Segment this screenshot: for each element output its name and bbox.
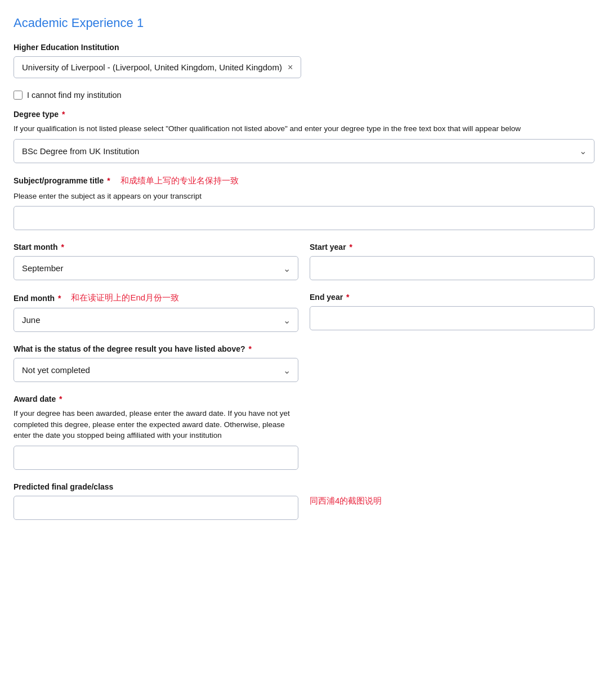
subject-label-row: Subject/programme title * 和成绩单上写的专业名保持一致 xyxy=(14,176,594,186)
grade-section: Predicted final grade/class First Class … xyxy=(14,482,594,520)
institution-section: Higher Education Institution University … xyxy=(14,43,594,78)
end-row: End month * 和在读证明上的End月份一致 JanuaryFebrua… xyxy=(14,293,594,332)
subject-annotation: 和成绩单上写的专业名保持一致 xyxy=(120,176,239,186)
institution-clear-button[interactable]: × xyxy=(288,63,293,72)
start-month-required: * xyxy=(59,243,64,252)
end-month-select[interactable]: JanuaryFebruaryMarch AprilMayJune JulyAu… xyxy=(14,308,298,332)
end-month-group: End month * 和在读证明上的End月份一致 JanuaryFebrua… xyxy=(14,293,298,332)
degree-status-right xyxy=(310,344,594,382)
degree-status-required: * xyxy=(247,344,252,353)
end-year-group: End year * 2021 xyxy=(310,293,594,332)
award-date-hint: If your degree has been awarded, please … xyxy=(14,408,298,441)
subject-hint: Please enter the subject as it appears o… xyxy=(14,191,594,202)
page-title: Academic Experience 1 xyxy=(14,16,594,30)
award-date-required: * xyxy=(57,394,62,403)
end-month-label: End month * xyxy=(14,294,61,303)
end-year-input[interactable]: 2021 xyxy=(310,306,594,330)
degree-type-select[interactable]: BSc Degree from UK Institution BA Degree… xyxy=(14,139,594,163)
award-date-input[interactable]: 30/07/2021 xyxy=(14,446,298,470)
end-month-select-wrapper: JanuaryFebruaryMarch AprilMayJune JulyAu… xyxy=(14,308,298,332)
start-year-input[interactable]: 2019 xyxy=(310,256,594,280)
start-month-select[interactable]: JanuaryFebruaryMarch AprilMayJune JulyAu… xyxy=(14,256,298,280)
start-year-group: Start year * 2019 xyxy=(310,243,594,280)
start-month-label: Start month * xyxy=(14,243,298,252)
subject-label: Subject/programme title * xyxy=(14,176,110,185)
degree-type-hint: If your qualification is not listed plea… xyxy=(14,123,594,134)
degree-type-label: Degree type * xyxy=(14,110,594,119)
end-year-label: End year * xyxy=(310,293,594,302)
degree-status-select-wrapper: Not yet completed Completed - passed Com… xyxy=(14,358,298,382)
cannot-find-row: I cannot find my institution xyxy=(14,91,594,100)
start-year-label: Start year * xyxy=(310,243,594,252)
institution-value: University of Liverpool - (Liverpool, Un… xyxy=(22,62,282,72)
degree-status-section: What is the status of the degree result … xyxy=(14,344,594,382)
degree-type-section: Degree type * If your qualification is n… xyxy=(14,110,594,163)
grade-input[interactable]: First Class xyxy=(14,496,298,520)
degree-status-label: What is the status of the degree result … xyxy=(14,344,298,353)
grade-label: Predicted final grade/class xyxy=(14,482,298,491)
grade-annotation: 同西浦4的截图说明 xyxy=(310,496,382,506)
end-year-required: * xyxy=(344,293,349,302)
subject-section: Subject/programme title * 和成绩单上写的专业名保持一致… xyxy=(14,176,594,231)
degree-status-left: What is the status of the degree result … xyxy=(14,344,298,382)
institution-tag: University of Liverpool - (Liverpool, Un… xyxy=(14,56,301,78)
end-month-label-row: End month * 和在读证明上的End月份一致 xyxy=(14,293,298,303)
subject-input[interactable]: Mathematics with Finance xyxy=(14,206,594,230)
start-row: Start month * JanuaryFebruaryMarch April… xyxy=(14,243,594,280)
subject-required: * xyxy=(105,176,110,185)
start-month-group: Start month * JanuaryFebruaryMarch April… xyxy=(14,243,298,280)
grade-left: Predicted final grade/class First Class xyxy=(14,482,298,520)
degree-status-select[interactable]: Not yet completed Completed - passed Com… xyxy=(14,358,298,382)
start-month-select-wrapper: JanuaryFebruaryMarch AprilMayJune JulyAu… xyxy=(14,256,298,280)
cannot-find-label[interactable]: I cannot find my institution xyxy=(27,91,122,100)
award-date-left: Award date * If your degree has been awa… xyxy=(14,394,298,470)
degree-type-select-wrapper: BSc Degree from UK Institution BA Degree… xyxy=(14,139,594,163)
degree-type-required: * xyxy=(60,110,65,119)
award-date-label: Award date * xyxy=(14,394,298,403)
cannot-find-checkbox[interactable] xyxy=(14,91,23,100)
start-year-required: * xyxy=(347,243,352,252)
institution-label: Higher Education Institution xyxy=(14,43,594,52)
end-month-annotation: 和在读证明上的End月份一致 xyxy=(71,293,179,303)
award-date-section: Award date * If your degree has been awa… xyxy=(14,394,594,470)
award-date-right xyxy=(310,394,594,470)
grade-right: 同西浦4的截图说明 xyxy=(310,482,594,520)
end-month-required: * xyxy=(56,294,61,303)
